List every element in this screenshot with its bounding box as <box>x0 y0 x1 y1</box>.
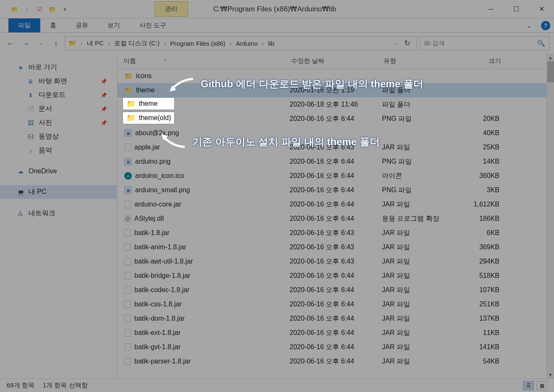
video-icon: 🎞 <box>27 133 34 141</box>
breadcrumb-item[interactable]: Program Files (x86) <box>170 40 225 47</box>
sidebar-music[interactable]: ♪ 음악 <box>0 144 117 157</box>
chevron-right-icon[interactable]: › <box>164 40 166 47</box>
tiles-view-button[interactable]: ▦ <box>536 381 547 390</box>
refresh-button[interactable]: ↻ <box>401 39 413 48</box>
search-input[interactable]: lib 검색 🔍 <box>420 36 550 50</box>
breadcrumb-item[interactable]: 로컬 디스크 (C:) <box>114 39 159 47</box>
folder-icon[interactable]: 📁 <box>8 3 20 15</box>
nav-back-button[interactable]: ← <box>4 37 17 50</box>
sidebar-quick-access[interactable]: ★ 바로 가기 <box>0 60 117 74</box>
qat-customize-icon[interactable]: ▾ <box>59 3 71 15</box>
file-row[interactable]: batik-anim-1.8.jar2020-06-16 오후 6:43JAR … <box>118 240 554 254</box>
file-name: icons <box>136 72 152 80</box>
file-row[interactable]: ⚙AStylej.dll2020-06-16 오후 6:44응용 프로그램 확장… <box>118 212 554 226</box>
sidebar-network[interactable]: 🖧 네트워크 <box>0 206 117 220</box>
sidebar-videos[interactable]: 🎞 동영상 <box>0 130 117 144</box>
file-row[interactable]: ∞arduino_icon.ico2020-06-16 오후 6:44아이콘36… <box>118 169 554 183</box>
chevron-right-icon[interactable]: › <box>230 40 232 47</box>
file-row[interactable]: batik-bridge-1.8.jar2020-06-16 오후 6:44JA… <box>118 269 554 283</box>
file-size: 6KB <box>453 229 504 237</box>
folder-icon: 📁 <box>124 86 133 94</box>
theme-folder-highlight[interactable]: 📁 theme <box>123 97 175 110</box>
vertical-scrollbar[interactable]: ▲ ▼ <box>546 54 554 379</box>
address-bar[interactable]: 📁 › 내 PC › 로컬 디스크 (C:) › Program Files (… <box>65 36 417 50</box>
pin-icon: 📌 <box>101 78 107 84</box>
manage-tab[interactable]: 관리 <box>154 1 188 17</box>
sidebar-label: 바로 가기 <box>29 63 57 72</box>
jar-file-icon <box>124 258 131 265</box>
help-button[interactable]: ? <box>537 18 554 32</box>
file-type: JAR 파일 <box>378 286 453 295</box>
tab-file[interactable]: 파일 <box>8 18 40 32</box>
file-size: 54KB <box>453 358 504 365</box>
ribbon-expand-icon[interactable]: ⌄ <box>520 18 537 32</box>
folder-icon: 📁 <box>68 39 76 47</box>
sidebar-label: 바탕 화면 <box>39 77 67 86</box>
file-name: batik-bridge-1.8.jar <box>134 272 190 280</box>
file-row[interactable]: ▣arduino.png2020-06-16 오후 6:44PNG 파일14KB <box>118 154 554 169</box>
sidebar-pictures[interactable]: 🖼 사진 📌 <box>0 116 117 130</box>
file-name: theme <box>139 100 157 107</box>
file-row[interactable]: batik-codec-1.8.jar2020-06-16 오후 6:44JAR… <box>118 283 554 297</box>
breadcrumb-item[interactable]: 내 PC <box>87 39 104 47</box>
file-row[interactable]: batik-dom-1.8.jar2020-06-16 오후 6:44JAR 파… <box>118 311 554 326</box>
document-icon: 📄 <box>27 105 34 113</box>
file-row[interactable]: ▣about.pr2020-06-16 오후 6:44PNG 파일20KB <box>118 112 554 126</box>
sidebar-onedrive[interactable]: ☁ OneDrive <box>0 165 117 178</box>
scroll-down-icon[interactable]: ▼ <box>547 371 554 379</box>
minimize-button[interactable]: ─ <box>478 0 504 18</box>
tab-picture-tools[interactable]: 사진 도구 <box>130 18 176 32</box>
file-name: theme <box>136 86 154 94</box>
chevron-right-icon[interactable]: › <box>81 40 83 47</box>
scroll-up-icon[interactable]: ▲ <box>547 54 554 61</box>
file-row[interactable]: ▣arduino_small.png2020-06-16 오후 6:44PNG … <box>118 183 554 197</box>
column-type[interactable]: 유형 <box>379 57 455 65</box>
file-size: 360KB <box>453 172 504 180</box>
maximize-button[interactable]: ☐ <box>504 0 529 18</box>
file-name: batik-1.8.jar <box>134 229 170 237</box>
breadcrumb-item[interactable]: Arduino <box>236 40 258 47</box>
breadcrumb-item[interactable]: lib <box>268 40 274 47</box>
tab-share[interactable]: 공유 <box>66 18 98 32</box>
window-title: C:₩Program Files (x86)₩Arduino₩lib <box>213 5 336 13</box>
sidebar-downloads[interactable]: ⬇ 다운로드 📌 <box>0 88 117 102</box>
ribbon-tabs: 파일 홈 공유 보기 사진 도구 ⌄ ? <box>0 18 554 33</box>
file-row[interactable]: batik-1.8.jar2020-06-16 오후 6:43JAR 파일6KB <box>118 226 554 240</box>
file-type: JAR 파일 <box>378 243 453 252</box>
addressbar-dropdown-icon[interactable]: ⌄ <box>394 41 397 46</box>
sidebar-documents[interactable]: 📄 문서 📌 <box>0 102 117 116</box>
properties-icon[interactable]: ☑ <box>34 3 45 15</box>
column-size[interactable]: 크기 <box>455 57 505 65</box>
sidebar-label: 내 PC <box>29 188 47 196</box>
cloud-icon: ☁ <box>17 167 24 175</box>
column-date[interactable]: 수정한 날짜 <box>287 57 379 65</box>
file-date: 2020-06-16 오후 6:44 <box>285 115 378 123</box>
theme-old-folder-highlight[interactable]: 📁 theme(old) <box>123 112 175 124</box>
quick-access-toolbar: 📁 | ☑ 📁 ▾ <box>0 3 71 15</box>
file-row[interactable]: batik-gvt-1.8.jar2020-06-16 오후 6:44JAR 파… <box>118 340 554 354</box>
tab-view[interactable]: 보기 <box>98 18 130 32</box>
file-row[interactable]: batik-css-1.8.jar2020-06-16 오후 6:44JAR 파… <box>118 297 554 311</box>
close-button[interactable]: ✕ <box>529 0 554 18</box>
file-row[interactable]: batik-parser-1.8.jar2020-06-16 오후 6:44JA… <box>118 354 554 368</box>
file-row[interactable]: batik-awt-util-1.8.jar2020-06-16 오후 6:43… <box>118 254 554 269</box>
nav-forward-button[interactable]: → <box>19 37 32 50</box>
sort-ascending-icon: ^ <box>165 59 167 63</box>
scroll-thumb[interactable] <box>547 61 554 82</box>
sidebar-desktop[interactable]: 🖥 바탕 화면 📌 <box>0 74 117 88</box>
chevron-right-icon[interactable]: › <box>108 40 110 47</box>
file-row[interactable]: 📁theme(old)2020-06-18 오후 11:46파일 폴더 <box>118 97 554 112</box>
new-folder-icon[interactable]: 📁 <box>46 3 58 15</box>
column-name[interactable]: 이름 ^ <box>119 57 287 65</box>
sidebar-this-pc[interactable]: 💻 내 PC <box>0 185 117 199</box>
file-name: AStylej.dll <box>134 215 164 222</box>
file-row[interactable]: batik-ext-1.8.jar2020-06-16 오후 6:44JAR 파… <box>118 326 554 340</box>
nav-history-icon[interactable]: ⌄ <box>34 37 47 50</box>
nav-up-button[interactable]: ↑ <box>50 37 62 50</box>
jar-file-icon <box>124 343 131 351</box>
details-view-button[interactable]: ☰ <box>523 381 534 390</box>
chevron-right-icon[interactable]: › <box>262 40 264 47</box>
search-icon[interactable]: 🔍 <box>537 39 545 47</box>
file-row[interactable]: arduino-core.jar2020-06-16 오후 6:44JAR 파일… <box>118 197 554 212</box>
tab-home[interactable]: 홈 <box>40 18 66 32</box>
